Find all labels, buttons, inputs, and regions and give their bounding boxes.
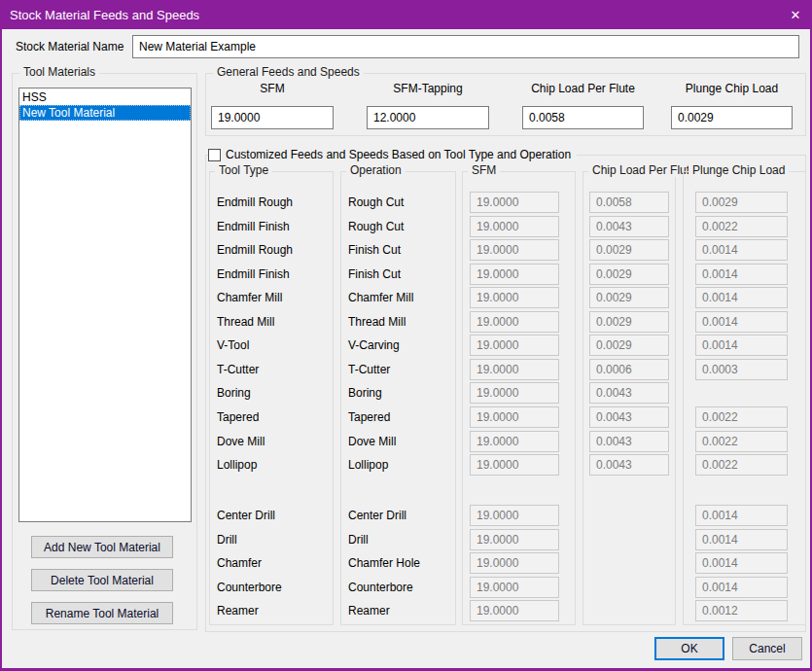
sfm-cell-input: 19.0000 [470, 454, 559, 476]
plunge-cell-input: 0.0022 [695, 216, 788, 237]
tool-type-cell: Boring [217, 382, 251, 404]
operation-cell: Tapered [348, 406, 390, 428]
plunge-cell-input: 0.0029 [695, 192, 788, 213]
chip-load-per-flute-input[interactable] [522, 106, 644, 129]
sfm-cell-input: 19.0000 [470, 382, 559, 404]
operation-cell: Boring [348, 382, 382, 404]
tool-type-cell: Lollipop [217, 454, 257, 476]
stock-material-name-input[interactable] [132, 35, 799, 58]
sfm-tapping-input[interactable] [367, 106, 489, 129]
plunge-cell-input: 0.0014 [695, 335, 788, 356]
operation-cell: Finish Cut [348, 239, 401, 261]
operation-cell: Counterbore [348, 577, 413, 598]
sfm-cell-input: 19.0000 [470, 192, 559, 213]
chip-load-cell-input: 0.0043 [589, 216, 669, 237]
plunge-cell-input: 0.0022 [695, 406, 788, 428]
plunge-cell-input: 0.0003 [695, 359, 788, 380]
tool-type-column-legend: Tool Type [215, 163, 272, 177]
rename-tool-material-button[interactable]: Rename Tool Material [31, 602, 173, 624]
tool-type-cell: Center Drill [217, 505, 275, 526]
plunge-chip-load-label: Plunge Chip Load [671, 82, 793, 95]
sfm-cell-input: 19.0000 [470, 431, 559, 452]
sfm-cell-input: 19.0000 [470, 406, 559, 428]
plunge-chip-load-input[interactable] [671, 106, 793, 129]
dialog-title: Stock Material Feeds and Speeds [0, 8, 779, 22]
chip-load-cell-input: 0.0029 [589, 335, 669, 356]
plunge-cell-input: 0.0022 [695, 431, 788, 452]
plunge-cell-input: 0.0014 [695, 505, 788, 526]
sfm-cell-input: 19.0000 [470, 359, 559, 380]
chip-load-cell-input: 0.0043 [589, 406, 669, 428]
tool-material-list-item[interactable]: New Tool Material [19, 105, 191, 121]
sfm-cell-input: 19.0000 [470, 335, 559, 356]
ok-button[interactable]: OK [654, 637, 724, 660]
plunge-cell-input: 0.0012 [695, 600, 788, 621]
tool-type-cell: Chamfer Mill [217, 287, 282, 308]
plunge-cell-input: 0.0014 [695, 529, 788, 550]
operation-column-legend: Operation [346, 163, 406, 177]
close-icon[interactable]: ✕ [779, 0, 812, 29]
plunge-cell-input: 0.0014 [695, 552, 788, 574]
chip-load-per-flute-label: Chip Load Per Flute [522, 82, 644, 95]
sfm-cell-input: 19.0000 [470, 311, 559, 333]
chip-load-cell-input: 0.0043 [589, 382, 669, 404]
tool-materials-listbox[interactable]: HSSNew Tool Material [18, 88, 192, 522]
operation-cell: Thread Mill [348, 311, 406, 333]
tool-type-cell: T-Cutter [217, 359, 259, 380]
operation-cell: Center Drill [348, 505, 406, 526]
operation-cell: Reamer [348, 600, 390, 621]
plunge-chip-load-column: Plunge Chip Load 0.00290.00220.00140.001… [683, 171, 806, 625]
tool-type-cell: Chamfer [217, 552, 262, 574]
title-bar: Stock Material Feeds and Speeds ✕ [0, 0, 812, 29]
tool-type-cell: Thread Mill [217, 311, 274, 333]
tool-type-cell: Endmill Rough [217, 239, 293, 261]
chip-load-per-flute-column: Chip Load Per Flute 0.00580.00430.00290.… [583, 171, 676, 625]
sfm-cell-input: 19.0000 [470, 239, 559, 261]
chip-load-cell-input: 0.0043 [589, 454, 669, 476]
add-new-tool-material-button[interactable]: Add New Tool Material [31, 536, 173, 558]
chip-load-cell-input: 0.0029 [589, 264, 669, 285]
plunge-chip-load-column-legend: Plunge Chip Load [688, 163, 789, 177]
tool-type-cell: Counterbore [217, 577, 282, 598]
plunge-cell-input: 0.0014 [695, 577, 788, 598]
chip-load-cell-input: 0.0029 [589, 311, 669, 333]
tool-type-cell: Endmill Finish [217, 216, 290, 237]
tool-type-column: Tool Type Endmill RoughEndmill FinishEnd… [209, 171, 334, 625]
plunge-cell-input: 0.0014 [695, 239, 788, 261]
tool-material-list-item[interactable]: HSS [19, 89, 191, 105]
sfm-cell-input: 19.0000 [470, 577, 559, 598]
tool-type-cell: Tapered [217, 406, 259, 428]
operation-cell: V-Carving [348, 335, 400, 356]
tool-type-cell: Endmill Rough [217, 192, 293, 213]
operation-cell: Dove Mill [348, 431, 396, 452]
stock-material-name-label: Stock Material Name [16, 40, 124, 53]
operation-cell: Lollipop [348, 454, 388, 476]
operation-cell: Rough Cut [348, 216, 404, 237]
chip-load-cell-input: 0.0029 [589, 287, 669, 308]
tool-type-cell: Dove Mill [217, 431, 265, 452]
sfm-cell-input: 19.0000 [470, 600, 559, 621]
sfm-column: SFM 19.000019.000019.000019.000019.00001… [462, 171, 576, 625]
sfm-cell-input: 19.0000 [470, 529, 559, 550]
cancel-button[interactable]: Cancel [732, 637, 802, 660]
sfm-cell-input: 19.0000 [470, 216, 559, 237]
sfm-cell-input: 19.0000 [470, 552, 559, 574]
customized-feeds-checkbox-label: Customized Feeds and Speeds Based on Too… [226, 148, 571, 161]
chip-load-cell-input: 0.0058 [589, 192, 669, 213]
sfm-label: SFM [211, 82, 334, 95]
operation-cell: Finish Cut [348, 264, 401, 285]
operation-cell: Rough Cut [348, 192, 404, 213]
plunge-cell-input: 0.0022 [695, 454, 788, 476]
tool-materials-legend: Tool Materials [19, 65, 99, 79]
customized-feeds-checkbox[interactable] [208, 149, 221, 161]
chip-load-cell-input: 0.0006 [589, 359, 669, 380]
tool-type-cell: Drill [217, 529, 237, 550]
delete-tool-material-button[interactable]: Delete Tool Material [31, 569, 173, 591]
sfm-cell-input: 19.0000 [470, 264, 559, 285]
plunge-cell-input: 0.0014 [695, 264, 788, 285]
operation-cell: Chamfer Hole [348, 552, 420, 574]
tool-type-cell: V-Tool [217, 335, 249, 356]
operation-column: Operation Rough CutRough CutFinish CutFi… [340, 171, 456, 625]
sfm-column-legend: SFM [468, 163, 500, 177]
sfm-input[interactable] [211, 106, 334, 129]
